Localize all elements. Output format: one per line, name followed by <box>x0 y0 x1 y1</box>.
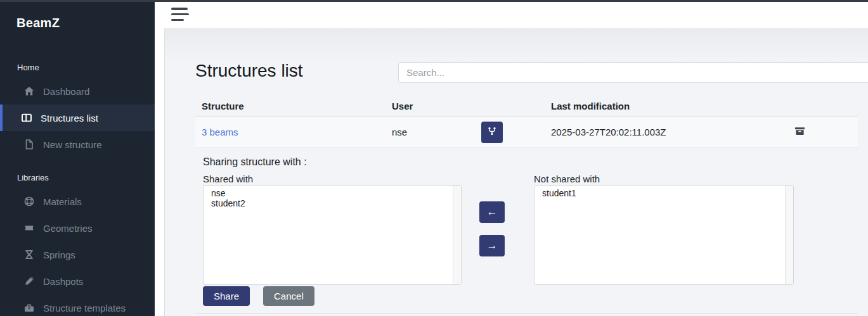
column-header-structure: Structure <box>195 101 385 111</box>
sidebar-item-dashpots[interactable]: Dashpots <box>0 268 155 294</box>
arrow-left-icon: ← <box>487 206 498 218</box>
sidebar-nav-libraries: Materials Geometries Springs <box>0 188 155 316</box>
columns-icon <box>21 112 32 123</box>
archive-icon <box>794 126 805 138</box>
move-buttons-column: ← → <box>479 174 505 306</box>
sidebar-item-dashboard[interactable]: Dashboard <box>0 78 155 104</box>
sidebar-item-label: Springs <box>43 250 75 260</box>
share-button[interactable]: Share <box>203 286 250 306</box>
branch-icon <box>487 126 497 138</box>
shared-with-label: Shared with <box>203 174 462 184</box>
move-to-shared-button[interactable]: ← <box>479 201 505 223</box>
pen-icon <box>23 275 35 287</box>
sidebar-item-geometries[interactable]: Geometries <box>0 215 155 241</box>
file-icon <box>23 139 35 150</box>
column-header-user: User <box>385 101 475 111</box>
app-window: BeamZ Home Dashboard Structures list New… <box>0 0 868 316</box>
sharing-actions: Share Cancel <box>203 286 462 306</box>
sidebar-item-label: Materials <box>43 196 82 207</box>
top-edge-bar <box>0 0 868 2</box>
sidebar-item-label: Structures list <box>41 113 98 123</box>
brand-logo: BeamZ <box>16 16 155 30</box>
hamburger-menu-button[interactable] <box>171 8 189 21</box>
cylinder-icon <box>23 222 35 234</box>
not-shared-with-label: Not shared with <box>534 174 794 184</box>
structure-cell: 3 beams <box>195 127 385 137</box>
last-modification-cell: 2025-03-27T20:02:11.003Z <box>545 127 781 137</box>
home-icon <box>23 85 35 97</box>
table-row: 3 beams nse <box>195 117 858 148</box>
listbox-option[interactable]: nse <box>211 189 452 199</box>
sidebar-item-materials[interactable]: Materials <box>0 188 155 215</box>
move-to-not-shared-button[interactable]: → <box>479 235 505 256</box>
cancel-button[interactable]: Cancel <box>263 286 314 306</box>
page-title: Structures list <box>195 61 303 80</box>
arrow-right-icon: → <box>487 239 498 252</box>
sharing-panel: Sharing structure with : Shared with nse… <box>195 148 858 313</box>
content-panel: Structures list Structure User Last modi… <box>164 28 868 316</box>
scrollbar-track[interactable] <box>785 186 793 284</box>
shared-with-column: Shared with nse student2 Share Cancel <box>203 174 462 306</box>
sidebar-item-structure-templates[interactable]: Structure templates <box>0 294 155 316</box>
sharing-columns: Shared with nse student2 Share Cancel <box>203 174 850 306</box>
sidebar-section-home: Home <box>17 63 155 72</box>
column-header-last-modification: Last modification <box>545 101 781 111</box>
hamburger-icon <box>171 8 188 10</box>
sharing-title: Sharing structure with : <box>203 156 850 168</box>
sidebar-item-structures-list[interactable]: Structures list <box>0 104 155 131</box>
search-input[interactable] <box>398 62 868 83</box>
actions-cell <box>781 126 858 138</box>
table-header-row: Structure User Last modification <box>195 96 858 117</box>
sidebar-item-label: Dashpots <box>43 276 83 287</box>
topbar <box>155 0 868 28</box>
sidebar-item-label: Structure templates <box>43 303 126 313</box>
listbox-option[interactable]: student2 <box>211 199 452 209</box>
sidebar: BeamZ Home Dashboard Structures list New… <box>0 0 155 316</box>
not-shared-with-column: Not shared with student1 <box>534 174 794 306</box>
share-structure-button[interactable] <box>481 122 503 143</box>
sidebar-item-new-structure[interactable]: New structure <box>0 131 155 158</box>
hourglass-icon <box>23 249 35 260</box>
scrollbar-track[interactable] <box>453 186 461 284</box>
sidebar-item-springs[interactable]: Springs <box>0 241 155 268</box>
sidebar-item-label: New structure <box>43 139 102 150</box>
toolbox-icon <box>23 302 35 313</box>
sphere-icon <box>23 196 35 207</box>
share-cell <box>475 122 545 143</box>
structure-link[interactable]: 3 beams <box>202 127 238 137</box>
shared-with-listbox[interactable]: nse student2 <box>203 185 462 285</box>
sidebar-item-label: Geometries <box>43 223 93 234</box>
not-shared-with-listbox[interactable]: student1 <box>534 185 794 285</box>
sidebar-nav-home: Dashboard Structures list New structure <box>0 78 155 158</box>
main-area: Structures list Structure User Last modi… <box>155 0 868 316</box>
sidebar-item-label: Dashboard <box>43 86 89 97</box>
structures-table: Structure User Last modification 3 beams… <box>195 96 858 313</box>
page-header: Structures list <box>165 29 868 96</box>
user-cell: nse <box>385 127 475 137</box>
delete-structure-button[interactable] <box>787 126 805 138</box>
sidebar-section-libraries: Libraries <box>17 173 155 182</box>
listbox-option[interactable]: student1 <box>542 189 784 199</box>
